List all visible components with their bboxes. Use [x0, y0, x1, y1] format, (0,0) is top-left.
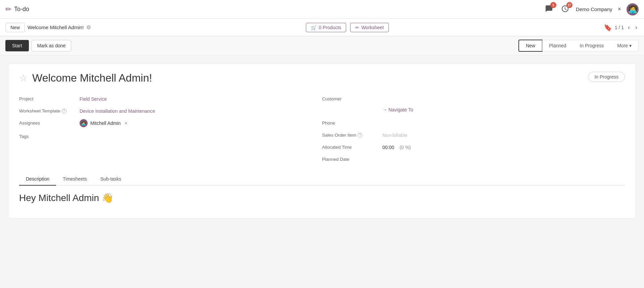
- favorite-icon[interactable]: ☆: [19, 73, 28, 84]
- task-title: Welcome Mitchell Admin!: [32, 72, 152, 84]
- messages-badge: 5: [550, 2, 556, 8]
- topnav-left: ✏ To-do: [5, 5, 29, 14]
- statusbar-left: Start Mark as done: [5, 40, 71, 51]
- allocated-time: 00:00 (0 %): [382, 143, 411, 150]
- form-right: Customer → Navigate To Phone Sales Order…: [322, 92, 625, 165]
- phone-row: Phone: [322, 116, 625, 129]
- tab-timesheets[interactable]: Timesheets: [56, 173, 94, 186]
- phone-label: Phone: [322, 119, 382, 126]
- description-panel: Hey Mitchell Admin 👋: [19, 186, 625, 210]
- customer-label: Customer: [322, 95, 382, 101]
- form-left: Project Field Service Worksheet Template…: [19, 92, 322, 165]
- assignee-item: 🧑‍💻 Mitchell Admin ×: [80, 119, 127, 127]
- form-grid: Project Field Service Worksheet Template…: [19, 92, 625, 165]
- project-label: Project: [19, 95, 80, 101]
- sales-order-value[interactable]: Non-billable: [382, 131, 407, 138]
- mark-done-button[interactable]: Mark as done: [32, 40, 72, 51]
- toolbar-center: 🛒 0 Products ✏ Worksheet: [306, 23, 389, 32]
- card-header: ☆ Welcome Mitchell Admin! In Progress: [19, 72, 625, 84]
- page-info: 1 / 1: [615, 25, 624, 30]
- user-avatar[interactable]: 🧑‍💻: [627, 3, 639, 15]
- toolbar-right: 🔖 1 / 1 ‹ ›: [604, 22, 639, 32]
- allocated-percent: (0 %): [400, 145, 411, 150]
- allocated-label: Allocated Time: [322, 143, 382, 150]
- assignee-name: Mitchell Admin: [90, 121, 121, 126]
- cart-icon: 🛒: [311, 25, 317, 30]
- new-button[interactable]: New: [5, 23, 25, 32]
- topnav: ✏ To-do 5 27 Demo Company × 🧑‍💻: [0, 0, 644, 19]
- settings-icon[interactable]: ⚙: [86, 24, 91, 31]
- products-label: 0 Products: [319, 25, 341, 30]
- navigate-link[interactable]: → Navigate To: [382, 107, 413, 112]
- project-row: Project Field Service: [19, 92, 322, 104]
- messages-button[interactable]: 5: [544, 3, 554, 15]
- status-step-more[interactable]: More ▾: [610, 40, 639, 51]
- worksheet-label: Worksheet Template ?: [19, 107, 80, 113]
- worksheet-button[interactable]: ✏ Worksheet: [350, 23, 389, 32]
- products-button[interactable]: 🛒 0 Products: [306, 23, 346, 32]
- topnav-right: 5 27 Demo Company × 🧑‍💻: [544, 3, 639, 15]
- planned-date-row: Planned Date: [322, 153, 625, 165]
- task-card: ☆ Welcome Mitchell Admin! In Progress Pr…: [8, 63, 636, 219]
- status-step-planned[interactable]: Planned: [542, 40, 573, 51]
- tags-row: Tags: [19, 130, 322, 142]
- next-page-button[interactable]: ›: [634, 22, 639, 32]
- statusbar: Start Mark as done New Planned In Progre…: [0, 36, 644, 55]
- close-button[interactable]: ×: [617, 6, 621, 13]
- app-logo-icon: ✏: [5, 5, 11, 14]
- tabs: Description Timesheets Sub-tasks: [19, 173, 625, 186]
- tab-subtasks[interactable]: Sub-tasks: [94, 173, 128, 186]
- start-button[interactable]: Start: [5, 40, 29, 51]
- page-title: Welcome Mitchell Admin!: [28, 25, 84, 30]
- status-step-inprogress[interactable]: In Progress: [573, 40, 611, 51]
- assignees-label: Assignees: [19, 119, 80, 126]
- worksheet-value[interactable]: Device Installation and Maintenance: [80, 107, 155, 114]
- prev-page-button[interactable]: ‹: [627, 22, 631, 32]
- worksheet-help-icon[interactable]: ?: [62, 109, 66, 113]
- allocated-row: Allocated Time 00:00 (0 %): [322, 141, 625, 153]
- customer-row: Customer: [322, 92, 625, 104]
- sales-order-label: Sales Order Item ?: [322, 131, 382, 138]
- card-title-row: ☆ Welcome Mitchell Admin!: [19, 72, 152, 84]
- main-content: ☆ Welcome Mitchell Admin! In Progress Pr…: [0, 55, 644, 227]
- sales-order-row: Sales Order Item ? Non-billable: [322, 129, 625, 141]
- remove-assignee-button[interactable]: ×: [125, 121, 127, 126]
- planned-date-label: Planned Date: [322, 155, 382, 162]
- sales-order-help-icon[interactable]: ?: [358, 133, 362, 138]
- project-value[interactable]: Field Service: [80, 95, 107, 102]
- tab-description[interactable]: Description: [19, 173, 56, 186]
- assignees-row: Assignees 🧑‍💻 Mitchell Admin ×: [19, 116, 322, 130]
- app-title: To-do: [14, 6, 29, 13]
- status-badge: In Progress: [588, 72, 625, 82]
- status-pipeline: New Planned In Progress More ▾: [518, 40, 639, 52]
- description-heading: Hey Mitchell Admin 👋: [19, 192, 625, 203]
- company-name: Demo Company: [576, 6, 612, 12]
- navigate-row: → Navigate To: [322, 104, 625, 116]
- activity-badge: 27: [566, 2, 572, 8]
- bookmark-icon[interactable]: 🔖: [604, 23, 612, 32]
- worksheet-icon: ✏: [355, 25, 359, 30]
- worksheet-label: Worksheet: [361, 25, 384, 30]
- status-step-new[interactable]: New: [518, 40, 543, 52]
- worksheet-row: Worksheet Template ? Device Installation…: [19, 104, 322, 116]
- tags-label: Tags: [19, 133, 80, 139]
- toolbar: New Welcome Mitchell Admin! ⚙ 🛒 0 Produc…: [0, 19, 644, 36]
- toolbar-left: New Welcome Mitchell Admin! ⚙: [5, 23, 91, 32]
- assignee-avatar: 🧑‍💻: [80, 119, 88, 127]
- activity-button[interactable]: 27: [560, 3, 570, 15]
